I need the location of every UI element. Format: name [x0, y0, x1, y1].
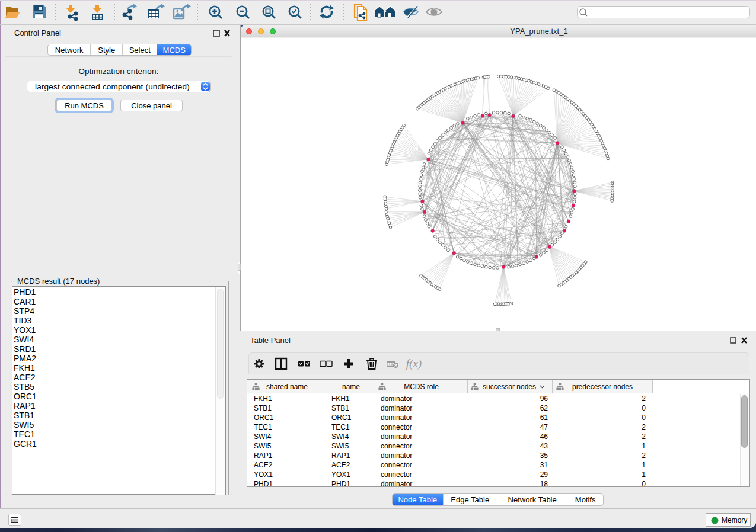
- svg-text:f(x): f(x): [406, 357, 422, 370]
